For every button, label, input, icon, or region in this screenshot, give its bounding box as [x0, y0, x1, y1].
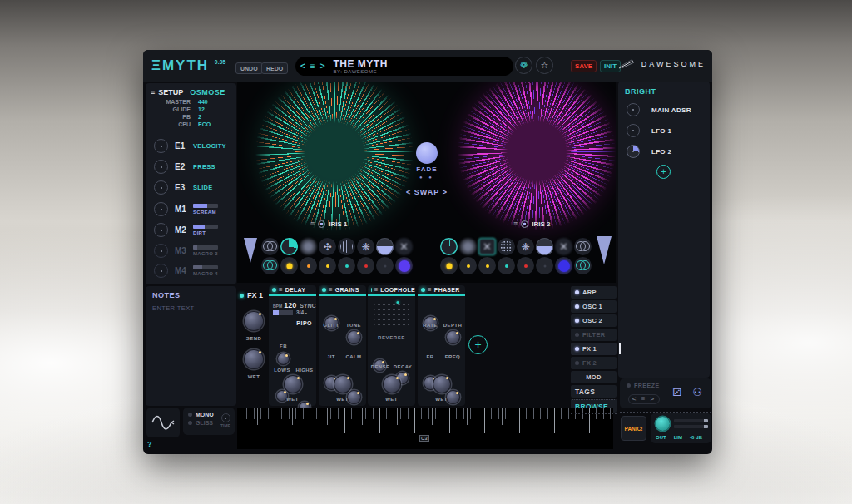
delay-mode-value[interactable]: PIPO [296, 320, 312, 326]
e1-value[interactable]: VELOCITY [193, 142, 226, 150]
loophole-led-icon[interactable] [371, 288, 372, 292]
pb-value[interactable]: 2 [198, 114, 201, 120]
loophole-reverse-label[interactable]: REVERSE [368, 335, 415, 340]
m2-slider[interactable] [193, 225, 218, 229]
iris1-pinwheel-icon[interactable]: ✣ [319, 238, 336, 255]
tab-fx2[interactable]: FX 2 [571, 357, 617, 369]
setup-mode-value[interactable]: OSMOSE [190, 88, 225, 96]
m4-mod-knob[interactable] [154, 264, 168, 278]
modulator-row-adsr[interactable]: MAIN ADSR [627, 103, 691, 116]
iris1-dot-yellow[interactable] [280, 257, 298, 274]
freeze-nav[interactable]: < ≡ > [628, 394, 660, 404]
tab-arp[interactable]: ARP [571, 286, 617, 299]
iris2-header[interactable]: ≡ IRIS 2 [513, 220, 551, 228]
notes-input-placeholder[interactable]: ENTER TEXT [152, 304, 230, 312]
level-value[interactable]: -6 dB [690, 435, 702, 440]
delay-menu-icon[interactable]: ≡ [279, 286, 283, 294]
iris1-overlap-teal-icon[interactable] [261, 257, 279, 274]
phaser-led-icon[interactable] [421, 288, 425, 292]
notes-panel[interactable]: NOTES ENTER TEXT [146, 286, 236, 406]
tab-osc1[interactable]: OSC 1 [571, 300, 617, 313]
atom-icon[interactable]: ❁ [515, 57, 532, 74]
iris1-dot-yellow-small[interactable] [319, 257, 336, 274]
iris1-pie-knob-icon[interactable] [280, 238, 298, 255]
iris2-visual[interactable] [458, 82, 616, 230]
e3-mod-knob[interactable] [154, 180, 168, 195]
e3-value[interactable]: SLIDE [193, 184, 213, 191]
cpu-value[interactable]: ECO [198, 121, 211, 127]
loophole-pattern-grid[interactable] [374, 301, 409, 329]
tab-tags[interactable]: TAGS [571, 385, 617, 398]
time-control[interactable]: TIME [220, 413, 230, 428]
iris1-dot-off[interactable] [376, 257, 394, 274]
grains-wet-knob[interactable] [334, 375, 352, 393]
delay-division-value[interactable]: 3/4 - [296, 309, 307, 315]
favorite-star-icon[interactable]: ☆ [536, 57, 553, 74]
delay-led-icon[interactable] [272, 288, 276, 292]
iris2-cross-selected-icon[interactable]: ✕ [478, 238, 496, 255]
add-fx-button[interactable]: + [468, 335, 488, 354]
grains-led-icon[interactable] [322, 288, 326, 292]
m1-slider[interactable] [193, 204, 218, 208]
preset-display[interactable]: < ≡ > THE MYTH BY: DAWESOME [295, 57, 513, 76]
loophole-wet-knob[interactable] [383, 375, 401, 393]
m3-slider[interactable] [193, 245, 218, 250]
e2-value[interactable]: PRESS [193, 163, 215, 170]
loophole-menu-icon[interactable]: ≡ [374, 286, 379, 294]
fx-send-knob[interactable] [244, 311, 264, 331]
waveform-display[interactable] [146, 408, 180, 437]
time-knob[interactable] [221, 413, 230, 422]
delay-fb-knob[interactable] [277, 353, 290, 365]
iris2-flower-icon[interactable]: ❋ [517, 238, 534, 255]
preset-next-icon[interactable]: > [320, 62, 325, 71]
redo-button[interactable]: REDO [261, 62, 288, 74]
tab-fx1[interactable]: FX 1 [571, 343, 617, 355]
iris1-half-circle-icon[interactable] [376, 238, 394, 255]
phaser-menu-icon[interactable]: ≡ [428, 286, 432, 294]
m4-slider[interactable] [193, 265, 218, 269]
iris1-dot-teal[interactable] [338, 257, 355, 274]
output-knob[interactable] [656, 417, 670, 431]
delay-wet-knob[interactable] [284, 375, 302, 393]
help-button[interactable]: ? [147, 440, 152, 448]
keyboard-ruler[interactable]: C3 [237, 408, 613, 449]
iris2-dot-red[interactable] [517, 257, 534, 274]
tab-mod[interactable]: MOD [571, 371, 617, 383]
iris2-morph-triangle-icon[interactable] [597, 236, 612, 264]
iris1-cross-icon[interactable]: ✕ [395, 238, 413, 255]
phaser-wet-knob[interactable] [433, 375, 451, 393]
panic-button[interactable]: PANIC! [621, 416, 646, 441]
iris2-dot-teal[interactable] [498, 257, 515, 274]
iris2-half-circle-icon[interactable] [536, 238, 553, 255]
main-adsr-knob[interactable] [627, 103, 640, 116]
iris1-dot-red[interactable] [357, 257, 374, 274]
delay-time-slider[interactable] [273, 310, 293, 315]
setup-menu-icon[interactable]: ≡ [151, 88, 155, 96]
modulator-row-lfo1[interactable]: LFO 1 [627, 124, 671, 137]
modulator-row-lfo2[interactable]: LFO 2 [627, 145, 671, 158]
swap-button[interactable]: < SWAP > [400, 188, 453, 196]
iris2-menu-icon[interactable]: ≡ [513, 220, 518, 228]
tab-filter[interactable]: FILTER [571, 329, 617, 341]
iris2-blend-icon[interactable] [574, 238, 592, 255]
m2-mod-knob[interactable] [154, 223, 168, 237]
grains-tune-knob[interactable] [347, 330, 361, 344]
iris1-dot-purple[interactable] [395, 257, 413, 274]
preset-menu-icon[interactable]: ≡ [310, 62, 315, 71]
iris2-cross-icon[interactable]: ✕ [555, 238, 572, 255]
e2-mod-knob[interactable] [154, 160, 168, 174]
iris2-dot-yellow-small2[interactable] [478, 257, 496, 274]
iris1-menu-icon[interactable]: ≡ [310, 220, 315, 228]
iris2-dot-yellow-small1[interactable] [459, 257, 477, 274]
iris2-clock-knob-icon[interactable] [440, 238, 458, 255]
random-sphere-icon[interactable]: ⚇ [690, 385, 705, 400]
iris1-soft-circle-icon[interactable] [300, 238, 317, 255]
iris2-overlap-teal-icon[interactable] [574, 257, 592, 274]
iris2-dot-sphere-icon[interactable] [498, 238, 515, 255]
m1-mod-knob[interactable] [154, 202, 168, 216]
iris1-morph-triangle-icon[interactable] [244, 238, 257, 263]
lfo2-knob[interactable] [627, 145, 640, 158]
fade-knob[interactable] [416, 142, 438, 164]
save-button[interactable]: SAVE [571, 60, 597, 72]
preset-prev-icon[interactable]: < [300, 62, 305, 71]
